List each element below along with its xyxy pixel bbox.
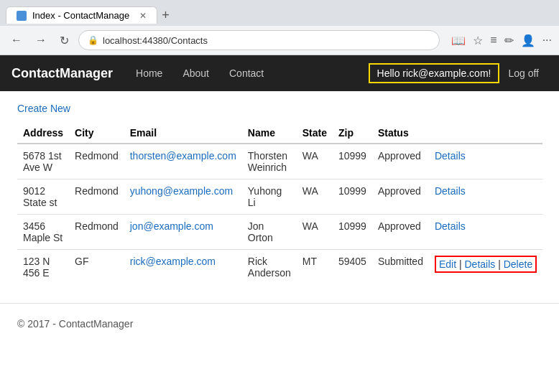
nav-about[interactable]: About [174, 63, 218, 83]
highlighted-actions: Edit | Details | Delete [435, 256, 537, 273]
new-tab-button[interactable]: + [162, 9, 170, 22]
address-text: localhost:44380/Contacts [103, 35, 430, 46]
cell-city: Redmond [69, 144, 124, 179]
col-header-actions [429, 123, 542, 144]
col-header-name: Name [242, 123, 297, 144]
col-header-address: Address [17, 123, 69, 144]
table-row: 123 N 456 EGFrick@example.comRick Anders… [17, 250, 542, 285]
email-link[interactable]: yuhong@example.com [130, 185, 233, 197]
refresh-button[interactable]: ↻ [56, 32, 73, 49]
more-icon[interactable]: ··· [542, 34, 552, 47]
cell-address: 3456 Maple St [17, 215, 69, 250]
cell-city: GF [69, 250, 124, 285]
back-button[interactable]: ← [7, 32, 26, 48]
menu-icon[interactable]: ≡ [490, 34, 496, 47]
edit-icon[interactable]: ✏ [504, 34, 514, 47]
user-greeting: Hello rick@example.com! [369, 63, 500, 83]
email-link[interactable]: thorsten@example.com [130, 150, 236, 162]
address-bar-field[interactable]: 🔒 localhost:44380/Contacts [78, 30, 440, 50]
nav-links: Home About Contact [127, 63, 272, 83]
browser-toolbar-icons: 📖 ☆ ≡ ✏ 👤 ··· [451, 34, 552, 47]
col-header-status: Status [372, 123, 429, 144]
main-content: Create New Address City Email Name State… [0, 91, 559, 296]
tab-title: Index - ContactManage [32, 10, 129, 21]
app-brand: ContactManager [11, 66, 113, 81]
cell-name: Rick Anderson [242, 250, 297, 285]
col-header-city: City [69, 123, 124, 144]
cell-email: jon@example.com [124, 215, 242, 250]
lock-icon: 🔒 [88, 35, 98, 45]
tab-favicon [17, 11, 27, 21]
create-new-link[interactable]: Create New [17, 103, 70, 114]
footer-text: © 2017 - ContactManager [17, 318, 133, 330]
cell-zip: 10999 [333, 179, 372, 215]
cell-zip: 10999 [333, 215, 372, 250]
cell-status: Submitted [372, 250, 429, 285]
cell-name: Thorsten Weinrich [242, 144, 297, 179]
cell-address: 9012 State st [17, 179, 69, 215]
cell-city: Redmond [69, 215, 124, 250]
table-row: 9012 State stRedmondyuhong@example.comYu… [17, 179, 542, 215]
cell-name: Yuhong Li [242, 179, 297, 215]
active-tab: Index - ContactManage ✕ [6, 6, 157, 24]
cell-address: 5678 1st Ave W [17, 144, 69, 179]
cell-address: 123 N 456 E [17, 250, 69, 285]
table-header-row: Address City Email Name State Zip Status [17, 123, 542, 144]
cell-status: Approved [372, 144, 429, 179]
page-footer: © 2017 - ContactManager [0, 303, 559, 344]
cell-email: thorsten@example.com [124, 144, 242, 179]
table-row: 5678 1st Ave WRedmondthorsten@example.co… [17, 144, 542, 179]
cell-state: WA [297, 215, 333, 250]
cell-actions: Edit | Details | Delete [429, 250, 542, 285]
col-header-email: Email [124, 123, 242, 144]
cell-status: Approved [372, 179, 429, 215]
cell-state: WA [297, 179, 333, 215]
action-details-link[interactable]: Details [435, 220, 466, 232]
reader-mode-icon[interactable]: 📖 [451, 34, 466, 47]
cell-status: Approved [372, 215, 429, 250]
bookmark-icon[interactable]: ☆ [473, 34, 483, 47]
action-details-link[interactable]: Details [465, 258, 496, 270]
tab-close-button[interactable]: ✕ [139, 11, 147, 21]
browser-address-bar: ← → ↻ 🔒 localhost:44380/Contacts 📖 ☆ ≡ ✏… [0, 26, 559, 55]
cell-email: rick@example.com [124, 250, 242, 285]
cell-actions: Details [429, 179, 542, 215]
browser-tabs: Index - ContactManage ✕ + [0, 0, 559, 26]
col-header-zip: Zip [333, 123, 372, 144]
action-details-link[interactable]: Details [435, 185, 466, 197]
email-link[interactable]: jon@example.com [130, 220, 213, 232]
cell-city: Redmond [69, 179, 124, 215]
cell-actions: Details [429, 144, 542, 179]
nav-home[interactable]: Home [127, 63, 171, 83]
cell-zip: 59405 [333, 250, 372, 285]
contacts-table: Address City Email Name State Zip Status… [17, 123, 542, 284]
cell-zip: 10999 [333, 144, 372, 179]
col-header-state: State [297, 123, 333, 144]
cell-actions: Details [429, 215, 542, 250]
cell-name: Jon Orton [242, 215, 297, 250]
app-navbar: ContactManager Home About Contact Hello … [0, 55, 559, 91]
cell-state: WA [297, 144, 333, 179]
cell-email: yuhong@example.com [124, 179, 242, 215]
table-row: 3456 Maple StRedmondjon@example.comJon O… [17, 215, 542, 250]
forward-button[interactable]: → [32, 32, 50, 48]
action-edit-link[interactable]: Edit [439, 258, 456, 270]
action-delete-link[interactable]: Delete [504, 258, 532, 270]
cell-state: MT [297, 250, 333, 285]
email-link[interactable]: rick@example.com [130, 256, 216, 267]
action-details-link[interactable]: Details [435, 150, 466, 162]
profile-icon[interactable]: 👤 [521, 34, 535, 47]
browser-chrome: Index - ContactManage ✕ + ← → ↻ 🔒 localh… [0, 0, 559, 55]
logout-link[interactable]: Log off [499, 63, 548, 83]
nav-contact[interactable]: Contact [221, 63, 272, 83]
